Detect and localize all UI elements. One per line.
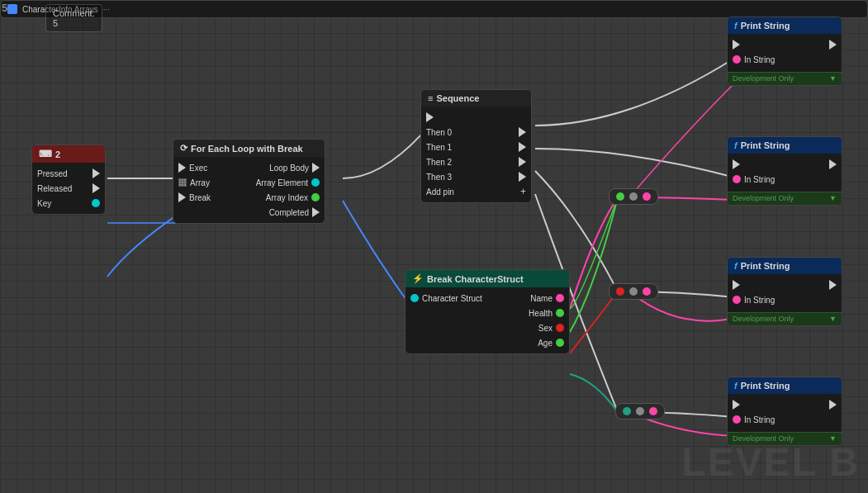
print4-exec-in: [733, 400, 740, 410]
print3-instring-label: In String: [744, 296, 775, 305]
reroute3-dot-pink: [649, 407, 657, 415]
print2-exec-in: [733, 159, 740, 169]
sequence-title: ≡ Sequence: [421, 90, 531, 107]
pressed-pin: [92, 168, 100, 178]
arrayindex-pin: [311, 193, 320, 201]
sex-pin: [556, 324, 564, 332]
print2-title: f Print String: [728, 137, 842, 154]
released-pin: [92, 183, 100, 193]
foreach-completed-row: Completed: [173, 205, 325, 220]
age-row: Age: [406, 335, 569, 350]
reroute3-dot-teal: [623, 407, 631, 415]
pin-row-released: Released: [32, 181, 105, 196]
sex-row: Sex: [406, 320, 569, 335]
print2-instring-row: In String: [728, 172, 842, 187]
sequence-node: ≡ Sequence Then 0 Then 1 Then 2 Then 3 A…: [420, 89, 532, 203]
reroute-group-3: [615, 403, 665, 420]
break-in-pin: [178, 192, 186, 202]
foreach-break-row: Break Array Index: [173, 190, 325, 205]
sequence-then3: Then 3: [421, 169, 531, 184]
reroute2-dot-gray: [629, 287, 638, 296]
health-row: Health: [406, 306, 569, 320]
then2-pin: [519, 157, 526, 167]
sex-label: Sex: [538, 324, 553, 333]
print2-body: In String: [728, 154, 842, 190]
break-struct-body: Character Struct Name Health Sex A: [406, 287, 569, 353]
watermark: LEVEL B: [681, 439, 860, 485]
then1-pin: [519, 142, 526, 152]
print4-instring-row: In String: [728, 412, 842, 427]
reroute-group-2: [609, 283, 658, 300]
foreach-exec-in: [178, 163, 186, 173]
sequence-addpin[interactable]: Add pin +: [421, 184, 531, 199]
key-pin: [92, 199, 100, 207]
charstruct-label: Character Struct: [422, 294, 482, 303]
loop-icon: ⟳: [180, 143, 187, 154]
print3-exec-row: [728, 277, 842, 292]
array-in-pin: [178, 178, 187, 187]
print3-title: f Print String: [728, 258, 842, 274]
print1-exec-in: [733, 40, 740, 50]
break-label: Break: [189, 193, 211, 202]
print4-title: f Print String: [728, 377, 842, 394]
completed-label: Completed: [269, 208, 309, 217]
keyboard-icon: ⌨: [39, 149, 52, 159]
break-struct-title: ⚡ Break CharacterStruct: [406, 270, 569, 287]
reroute2-dot-red: [616, 287, 624, 296]
print1-devonly: Development Only ▼: [728, 72, 842, 85]
name-label: Name: [530, 294, 553, 303]
comment-box: Comment: 5: [45, 4, 102, 32]
loopbody-pin: [312, 163, 320, 173]
sequence-icon: ≡: [428, 93, 433, 103]
print1-body: In String: [728, 34, 842, 70]
sequence-exec-in: [426, 112, 434, 122]
sequence-exec-row: [421, 110, 531, 125]
key-label: Key: [37, 199, 51, 208]
print4-exec-row: [728, 397, 842, 412]
pin-row-key: Key: [32, 196, 105, 211]
print1-title: f Print String: [728, 17, 842, 34]
then1-label: Then 1: [426, 143, 452, 152]
pressed-label: Pressed: [37, 169, 68, 178]
exec-label: Exec: [189, 164, 207, 173]
then2-label: Then 2: [426, 158, 452, 167]
break-icon: ⚡: [412, 273, 424, 284]
key-node-body: Pressed Released Key: [32, 163, 105, 214]
print2-exec-row: [728, 157, 842, 172]
completed-pin: [312, 207, 320, 217]
function-icon-3: f: [734, 261, 738, 271]
print2-exec-out: [829, 159, 837, 169]
print-string-node-1: f Print String In String Development Onl…: [727, 17, 842, 86]
reroute1-dot-green: [616, 192, 624, 201]
array-label: Array: [190, 178, 210, 187]
arrayindex-label: Array Index: [266, 193, 308, 202]
print2-devonly: Development Only ▼: [728, 192, 842, 205]
print2-chevron: ▼: [829, 194, 837, 202]
print3-exec-out: [829, 280, 837, 290]
print3-body: In String: [728, 274, 842, 310]
health-pin: [556, 309, 564, 317]
function-icon-2: f: [734, 140, 738, 150]
sequence-then2: Then 2: [421, 154, 531, 169]
health-label: Health: [529, 309, 553, 318]
then0-label: Then 0: [426, 128, 452, 137]
print1-instring-pin: [733, 55, 741, 64]
print4-exec-out: [829, 400, 837, 410]
function-icon-4: f: [734, 381, 738, 391]
print-string-node-3: f Print String In String Development Onl…: [727, 257, 842, 326]
age-label: Age: [538, 339, 553, 348]
reroute3-dot-gray: [636, 407, 644, 415]
print-string-node-4: f Print String In String Development Onl…: [727, 377, 842, 446]
then3-pin: [519, 172, 526, 182]
print1-exec-row: [728, 37, 842, 52]
print3-exec-in: [733, 280, 740, 290]
print1-chevron: ▼: [829, 74, 837, 83]
sequence-then0: Then 0: [421, 125, 531, 140]
age-pin: [556, 339, 564, 347]
then0-pin: [519, 127, 526, 137]
foreach-node: ⟳ For Each Loop with Break Exec Loop Bod…: [173, 139, 325, 224]
arrayelement-pin: [311, 178, 320, 187]
foreach-title: ⟳ For Each Loop with Break: [173, 140, 325, 157]
print3-instring-pin: [733, 296, 741, 304]
name-pin: [556, 294, 564, 302]
